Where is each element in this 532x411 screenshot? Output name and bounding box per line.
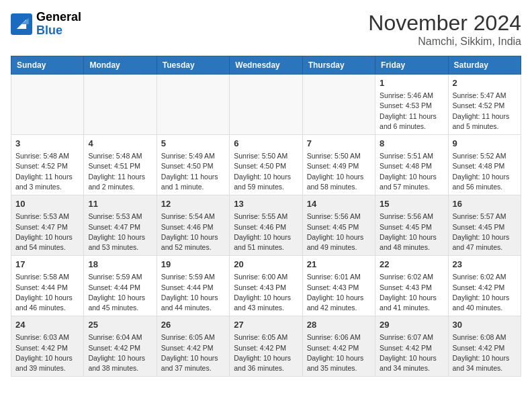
- weekday-header-saturday: Saturday: [448, 56, 521, 75]
- calendar-week-row: 10Sunrise: 5:53 AM Sunset: 4:47 PM Dayli…: [11, 195, 521, 256]
- calendar-day-cell: 3Sunrise: 5:48 AM Sunset: 4:52 PM Daylig…: [11, 135, 84, 195]
- weekday-header-thursday: Thursday: [302, 56, 375, 75]
- day-info: Sunrise: 5:48 AM Sunset: 4:51 PM Dayligh…: [88, 151, 152, 192]
- day-number: 29: [380, 319, 443, 331]
- day-number: 16: [453, 198, 517, 210]
- day-number: 17: [15, 259, 79, 271]
- calendar-day-cell: 27Sunrise: 6:05 AM Sunset: 4:42 PM Dayli…: [230, 316, 302, 377]
- day-info: Sunrise: 5:59 AM Sunset: 4:44 PM Dayligh…: [161, 272, 225, 313]
- title-block: November 2024 Namchi, Sikkim, India: [368, 11, 521, 48]
- day-info: Sunrise: 5:58 AM Sunset: 4:44 PM Dayligh…: [15, 272, 79, 313]
- calendar-day-cell: 14Sunrise: 5:56 AM Sunset: 4:45 PM Dayli…: [302, 195, 375, 256]
- day-number: 30: [453, 319, 517, 331]
- calendar-week-row: 24Sunrise: 6:03 AM Sunset: 4:42 PM Dayli…: [11, 316, 521, 377]
- day-info: Sunrise: 5:51 AM Sunset: 4:48 PM Dayligh…: [380, 151, 443, 192]
- logo: General Blue: [11, 11, 81, 38]
- day-info: Sunrise: 5:59 AM Sunset: 4:44 PM Dayligh…: [88, 272, 152, 313]
- calendar-day-cell: [84, 75, 157, 135]
- day-number: 22: [380, 259, 443, 271]
- day-info: Sunrise: 5:56 AM Sunset: 4:45 PM Dayligh…: [307, 212, 371, 253]
- calendar-day-cell: 8Sunrise: 5:51 AM Sunset: 4:48 PM Daylig…: [375, 135, 448, 195]
- calendar-week-row: 1Sunrise: 5:46 AM Sunset: 4:53 PM Daylig…: [11, 75, 521, 135]
- location: Namchi, Sikkim, India: [368, 36, 521, 48]
- calendar-day-cell: 18Sunrise: 5:59 AM Sunset: 4:44 PM Dayli…: [84, 256, 157, 316]
- day-number: 25: [88, 319, 152, 331]
- calendar-day-cell: 13Sunrise: 5:55 AM Sunset: 4:46 PM Dayli…: [230, 195, 302, 256]
- day-info: Sunrise: 5:49 AM Sunset: 4:50 PM Dayligh…: [161, 151, 225, 192]
- logo-icon: [11, 13, 32, 35]
- day-info: Sunrise: 6:08 AM Sunset: 4:42 PM Dayligh…: [453, 332, 517, 373]
- calendar-day-cell: 15Sunrise: 5:56 AM Sunset: 4:45 PM Dayli…: [375, 195, 448, 256]
- calendar-week-row: 3Sunrise: 5:48 AM Sunset: 4:52 PM Daylig…: [11, 135, 521, 195]
- day-number: 14: [307, 198, 371, 210]
- calendar-day-cell: 25Sunrise: 6:04 AM Sunset: 4:42 PM Dayli…: [84, 316, 157, 377]
- day-info: Sunrise: 6:02 AM Sunset: 4:42 PM Dayligh…: [453, 272, 517, 313]
- day-number: 2: [453, 77, 517, 89]
- calendar-day-cell: 30Sunrise: 6:08 AM Sunset: 4:42 PM Dayli…: [448, 316, 521, 377]
- day-number: 20: [234, 259, 298, 271]
- day-info: Sunrise: 5:56 AM Sunset: 4:45 PM Dayligh…: [380, 212, 443, 253]
- calendar-day-cell: 7Sunrise: 5:50 AM Sunset: 4:49 PM Daylig…: [302, 135, 375, 195]
- day-info: Sunrise: 5:53 AM Sunset: 4:47 PM Dayligh…: [15, 212, 79, 253]
- weekday-header-sunday: Sunday: [11, 56, 84, 75]
- calendar-day-cell: 20Sunrise: 6:00 AM Sunset: 4:43 PM Dayli…: [230, 256, 302, 316]
- calendar-day-cell: 6Sunrise: 5:50 AM Sunset: 4:50 PM Daylig…: [230, 135, 302, 195]
- calendar-day-cell: 5Sunrise: 5:49 AM Sunset: 4:50 PM Daylig…: [157, 135, 229, 195]
- day-number: 6: [234, 138, 298, 150]
- calendar-day-cell: 12Sunrise: 5:54 AM Sunset: 4:46 PM Dayli…: [157, 195, 229, 256]
- day-number: 10: [15, 198, 79, 210]
- day-info: Sunrise: 6:02 AM Sunset: 4:43 PM Dayligh…: [380, 272, 443, 313]
- calendar-day-cell: 16Sunrise: 5:57 AM Sunset: 4:45 PM Dayli…: [448, 195, 521, 256]
- calendar-day-cell: 10Sunrise: 5:53 AM Sunset: 4:47 PM Dayli…: [11, 195, 84, 256]
- calendar-day-cell: 23Sunrise: 6:02 AM Sunset: 4:42 PM Dayli…: [448, 256, 521, 316]
- day-info: Sunrise: 5:48 AM Sunset: 4:52 PM Dayligh…: [15, 151, 79, 192]
- day-number: 12: [161, 198, 225, 210]
- day-number: 3: [15, 138, 79, 150]
- day-number: 26: [161, 319, 225, 331]
- weekday-header-tuesday: Tuesday: [157, 56, 229, 75]
- day-info: Sunrise: 5:55 AM Sunset: 4:46 PM Dayligh…: [234, 212, 298, 253]
- calendar-day-cell: 29Sunrise: 6:07 AM Sunset: 4:42 PM Dayli…: [375, 316, 448, 377]
- day-info: Sunrise: 6:05 AM Sunset: 4:42 PM Dayligh…: [161, 332, 225, 373]
- day-number: 21: [307, 259, 371, 271]
- weekday-header-monday: Monday: [84, 56, 157, 75]
- calendar-day-cell: 28Sunrise: 6:06 AM Sunset: 4:42 PM Dayli…: [302, 316, 375, 377]
- day-number: 23: [453, 259, 517, 271]
- calendar-week-row: 17Sunrise: 5:58 AM Sunset: 4:44 PM Dayli…: [11, 256, 521, 316]
- page-header: General Blue November 2024 Namchi, Sikki…: [11, 11, 521, 48]
- day-info: Sunrise: 5:47 AM Sunset: 4:52 PM Dayligh…: [453, 91, 517, 132]
- day-info: Sunrise: 6:00 AM Sunset: 4:43 PM Dayligh…: [234, 272, 298, 313]
- calendar-day-cell: 24Sunrise: 6:03 AM Sunset: 4:42 PM Dayli…: [11, 316, 84, 377]
- day-number: 4: [88, 138, 152, 150]
- month-title: November 2024: [368, 11, 521, 36]
- day-number: 27: [234, 319, 298, 331]
- day-number: 9: [453, 138, 517, 150]
- calendar-day-cell: 2Sunrise: 5:47 AM Sunset: 4:52 PM Daylig…: [448, 75, 521, 135]
- calendar-day-cell: [157, 75, 229, 135]
- day-info: Sunrise: 6:04 AM Sunset: 4:42 PM Dayligh…: [88, 332, 152, 373]
- day-info: Sunrise: 5:50 AM Sunset: 4:49 PM Dayligh…: [307, 151, 371, 192]
- day-info: Sunrise: 6:07 AM Sunset: 4:42 PM Dayligh…: [380, 332, 443, 373]
- weekday-header-wednesday: Wednesday: [230, 56, 302, 75]
- day-number: 18: [88, 259, 152, 271]
- day-info: Sunrise: 5:53 AM Sunset: 4:47 PM Dayligh…: [88, 212, 152, 253]
- calendar-day-cell: 26Sunrise: 6:05 AM Sunset: 4:42 PM Dayli…: [157, 316, 229, 377]
- day-number: 11: [88, 198, 152, 210]
- day-info: Sunrise: 5:50 AM Sunset: 4:50 PM Dayligh…: [234, 151, 298, 192]
- calendar-day-cell: 9Sunrise: 5:52 AM Sunset: 4:48 PM Daylig…: [448, 135, 521, 195]
- day-info: Sunrise: 6:06 AM Sunset: 4:42 PM Dayligh…: [307, 332, 371, 373]
- day-number: 19: [161, 259, 225, 271]
- day-number: 1: [380, 77, 443, 89]
- day-number: 7: [307, 138, 371, 150]
- day-number: 28: [307, 319, 371, 331]
- day-info: Sunrise: 6:03 AM Sunset: 4:42 PM Dayligh…: [15, 332, 79, 373]
- day-info: Sunrise: 5:46 AM Sunset: 4:53 PM Dayligh…: [380, 91, 443, 132]
- day-number: 13: [234, 198, 298, 210]
- calendar-day-cell: [11, 75, 84, 135]
- calendar-day-cell: 21Sunrise: 6:01 AM Sunset: 4:43 PM Dayli…: [302, 256, 375, 316]
- calendar-day-cell: 22Sunrise: 6:02 AM Sunset: 4:43 PM Dayli…: [375, 256, 448, 316]
- calendar-day-cell: [302, 75, 375, 135]
- day-number: 5: [161, 138, 225, 150]
- calendar-day-cell: 11Sunrise: 5:53 AM Sunset: 4:47 PM Dayli…: [84, 195, 157, 256]
- calendar-day-cell: [230, 75, 302, 135]
